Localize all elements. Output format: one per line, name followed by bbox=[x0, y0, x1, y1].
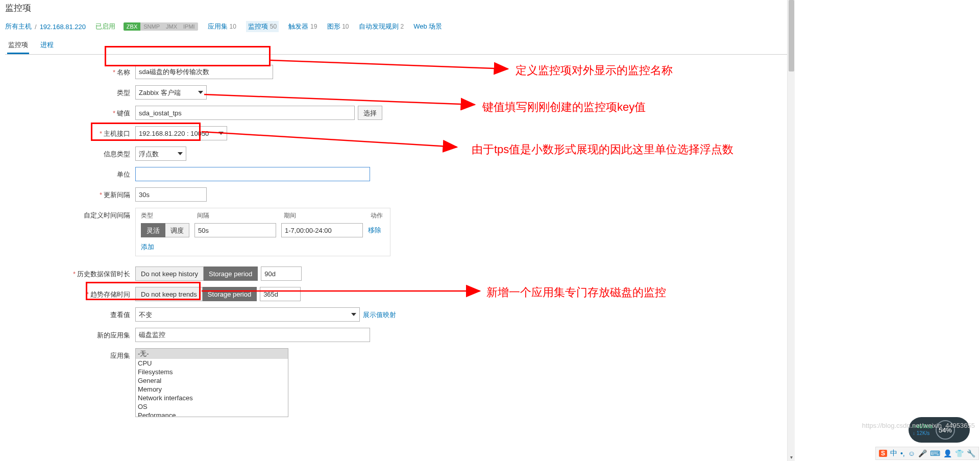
seg-hist-storage[interactable]: Storage period bbox=[204, 266, 258, 281]
link-add-interval[interactable]: 添加 bbox=[141, 243, 154, 251]
label-apps: 应用集 bbox=[110, 352, 130, 359]
seg-flex[interactable]: 灵活 bbox=[141, 223, 165, 237]
custom-interval-box: 类型 间隔 期间 动作 灵活 调度 移除 添加 bbox=[135, 208, 390, 256]
breadcrumb-sep: / bbox=[35, 23, 37, 31]
label-hostif: 主机接口 bbox=[104, 130, 130, 137]
proto-badges: ZBX SNMP JMX IPMI bbox=[124, 22, 198, 31]
ime-lang[interactable]: 中 bbox=[890, 449, 897, 458]
nav-web[interactable]: Web 场景 bbox=[413, 22, 442, 31]
input-name[interactable] bbox=[135, 65, 273, 79]
input-newapp[interactable] bbox=[135, 328, 370, 342]
perf-widget[interactable]: ↑ 467K/s ↓ 12K/s 54% bbox=[909, 417, 970, 443]
button-select-key[interactable]: 选择 bbox=[358, 106, 382, 120]
system-tray[interactable]: S 中 •, ☺ 🎤 ⌨ 👤 👕 🔧 bbox=[875, 447, 979, 460]
tray-user-icon[interactable]: 👤 bbox=[943, 449, 952, 457]
seg-trend-storage[interactable]: Storage period bbox=[203, 287, 257, 301]
perf-download: ↓ 12K/s bbox=[913, 430, 933, 436]
custint-head-int: 间隔 bbox=[197, 211, 284, 220]
list-item[interactable]: Filesystems bbox=[136, 368, 288, 376]
tray-shirt-icon[interactable]: 👕 bbox=[955, 449, 964, 457]
list-item[interactable]: CPU bbox=[136, 359, 288, 368]
badge-ipmi: IPMI bbox=[180, 22, 198, 31]
custint-head-period: 期间 bbox=[284, 211, 371, 220]
seg-hist-nokeep[interactable]: Do not keep history bbox=[135, 266, 204, 281]
nav-apps[interactable]: 应用集 10 bbox=[208, 22, 236, 31]
list-item[interactable]: Network interfaces bbox=[136, 394, 288, 402]
tray-keyboard-icon[interactable]: ⌨ bbox=[930, 449, 940, 457]
custint-head-act: 动作 bbox=[371, 211, 383, 220]
input-update[interactable] bbox=[135, 187, 207, 202]
seg-sched[interactable]: 调度 bbox=[165, 223, 189, 237]
link-value-map[interactable]: 展示值映射 bbox=[363, 307, 396, 320]
page-title: 监控项 bbox=[5, 0, 793, 19]
label-update: 更新间隔 bbox=[104, 191, 130, 199]
link-remove-interval[interactable]: 移除 bbox=[368, 226, 381, 235]
nav-graphs[interactable]: 图形 10 bbox=[327, 22, 349, 31]
scrollbar-thumb[interactable] bbox=[789, 0, 794, 71]
seg-trend-nokeep[interactable]: Do not keep trends bbox=[135, 287, 203, 301]
tray-tool-icon[interactable]: 🔧 bbox=[967, 449, 975, 457]
tab-process[interactable]: 进程 bbox=[39, 37, 55, 54]
list-item[interactable]: Memory bbox=[136, 385, 288, 394]
input-custint-period[interactable] bbox=[281, 223, 363, 237]
label-key: 键值 bbox=[117, 109, 130, 117]
label-view: 查看值 bbox=[110, 311, 130, 319]
watermark: https://blog.csdn.net/weixin_44953655 bbox=[862, 422, 975, 429]
input-custint-interval[interactable] bbox=[194, 223, 276, 237]
breadcrumb-all-hosts[interactable]: 所有主机 bbox=[5, 22, 32, 31]
breadcrumb: 所有主机 / 192.168.81.220 已启用 ZBX SNMP JMX I… bbox=[5, 19, 793, 37]
status-enabled: 已启用 bbox=[95, 22, 115, 31]
tabs: 监控项 进程 bbox=[5, 37, 793, 55]
label-history: 历史数据保留时长 bbox=[77, 270, 130, 278]
badge-zbx: ZBX bbox=[124, 22, 140, 31]
scrollbar-vertical[interactable]: ▴ ▾ bbox=[787, 0, 795, 461]
label-info: 信息类型 bbox=[104, 150, 130, 158]
input-trend-period[interactable] bbox=[260, 287, 301, 301]
select-info[interactable]: 浮点数 bbox=[135, 147, 186, 161]
select-hostif[interactable]: 192.168.81.220 : 10050 bbox=[135, 126, 227, 140]
input-key[interactable] bbox=[135, 106, 355, 120]
label-trend: 趋势存储时间 bbox=[90, 290, 130, 298]
list-item[interactable]: General bbox=[136, 376, 288, 385]
input-unit[interactable] bbox=[135, 167, 370, 181]
nav-items[interactable]: 监控项 50 bbox=[246, 21, 279, 32]
select-view[interactable]: 不变 bbox=[135, 307, 360, 322]
listbox-apps[interactable]: -无- CPU Filesystems General Memory Netwo… bbox=[135, 348, 288, 417]
breadcrumb-host-ip[interactable]: 192.168.81.220 bbox=[40, 23, 86, 31]
tab-item[interactable]: 监控项 bbox=[7, 37, 29, 54]
tray-smile-icon[interactable]: ☺ bbox=[908, 449, 915, 457]
list-item[interactable]: Performance bbox=[136, 411, 288, 417]
label-custint: 自定义时间间隔 bbox=[84, 211, 130, 219]
tray-punct-icon[interactable]: •, bbox=[900, 449, 905, 457]
tray-mic-icon[interactable]: 🎤 bbox=[918, 449, 927, 457]
nav-discovery[interactable]: 自动发现规则 2 bbox=[359, 22, 404, 31]
label-name: 名称 bbox=[117, 68, 130, 76]
sogou-icon[interactable]: S bbox=[879, 450, 887, 457]
select-type[interactable]: Zabbix 客户端 bbox=[135, 85, 207, 100]
list-item[interactable]: OS bbox=[136, 402, 288, 411]
label-type: 类型 bbox=[117, 89, 130, 96]
scroll-arrow-down-icon[interactable]: ▾ bbox=[788, 453, 795, 461]
list-item[interactable]: -无- bbox=[136, 349, 288, 359]
input-history-period[interactable] bbox=[261, 266, 302, 281]
badge-jmx: JMX bbox=[163, 22, 180, 31]
badge-snmp: SNMP bbox=[140, 22, 163, 31]
label-unit: 单位 bbox=[117, 171, 130, 178]
label-newapp: 新的应用集 bbox=[97, 331, 130, 339]
custint-head-type: 类型 bbox=[141, 211, 197, 220]
nav-triggers[interactable]: 触发器 19 bbox=[288, 22, 317, 31]
